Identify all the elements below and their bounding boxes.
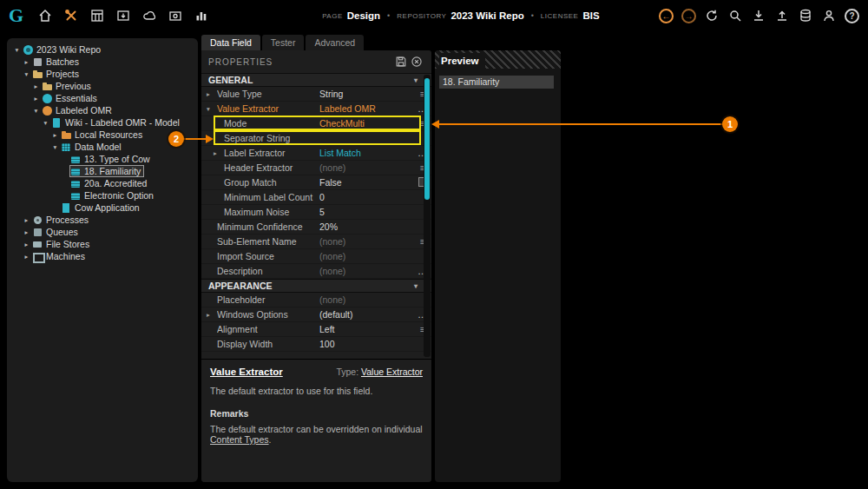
- forward-button[interactable]: →: [681, 9, 696, 23]
- upload-icon[interactable]: [774, 8, 790, 23]
- property-value[interactable]: (none): [319, 236, 414, 247]
- tree-item-data-model[interactable]: ▾Data Model: [10, 141, 194, 153]
- property-row-separator-string[interactable]: Separator String: [201, 131, 431, 146]
- expand-icon[interactable]: ▸: [207, 90, 217, 98]
- help-icon[interactable]: ?: [845, 9, 859, 23]
- property-value[interactable]: 100: [319, 339, 414, 349]
- expand-icon[interactable]: ▸: [214, 149, 224, 157]
- app-logo[interactable]: G: [9, 4, 23, 27]
- property-value[interactable]: (none): [319, 266, 414, 276]
- tree-item-cow-application[interactable]: Cow Application: [10, 202, 194, 214]
- tree-item-file-stores[interactable]: ▸File Stores: [10, 238, 194, 250]
- tree-item-wiki-labeled-omr-model[interactable]: ▾Wiki - Labeled OMR - Model: [10, 116, 194, 129]
- property-row-windows-options[interactable]: ▸Windows Options(default)…: [201, 307, 431, 322]
- property-row-header-extractor[interactable]: Header Extractor(none)≡: [201, 161, 431, 175]
- tree-item-18-familiarity[interactable]: 18. Familiarity: [10, 165, 194, 177]
- tree-item-processes[interactable]: ▸Processes: [10, 214, 194, 226]
- section-header-general[interactable]: GENERAL▾: [201, 73, 431, 87]
- cancel-icon[interactable]: [409, 55, 424, 69]
- tree-item-20a-accredited[interactable]: 20a. Accredited: [10, 177, 194, 189]
- database-icon[interactable]: [798, 8, 813, 23]
- expand-icon[interactable]: ▸: [207, 311, 217, 319]
- property-value[interactable]: (none): [319, 251, 414, 261]
- property-row-alignment[interactable]: AlignmentLeft≡: [201, 322, 431, 337]
- property-value[interactable]: 5: [319, 207, 414, 217]
- tree-item-batches[interactable]: ▸Batches: [10, 56, 194, 68]
- property-row-minimum-confidence[interactable]: Minimum Confidence20%: [201, 220, 431, 235]
- chevron-down-icon[interactable]: ▾: [414, 282, 418, 290]
- search-icon[interactable]: [727, 8, 743, 23]
- property-row-mode[interactable]: ModeCheckMulti≡: [201, 116, 431, 131]
- tree-item-queues[interactable]: ▸Queues: [10, 226, 194, 238]
- download-icon[interactable]: [751, 8, 766, 23]
- chevron-down-icon[interactable]: ▾: [414, 76, 418, 84]
- scrollbar-thumb[interactable]: [424, 78, 430, 200]
- tree-item-local-resources[interactable]: ▸Local Resources: [10, 129, 194, 141]
- scrollbar-track[interactable]: [424, 75, 431, 357]
- expand-icon[interactable]: ▸: [22, 241, 31, 248]
- save-icon[interactable]: [393, 55, 409, 69]
- user-icon[interactable]: [821, 8, 837, 23]
- property-row-maximum-noise[interactable]: Maximum Noise5: [201, 205, 431, 220]
- export-icon[interactable]: [115, 8, 131, 23]
- tree-item-previous[interactable]: ▸Previous: [10, 80, 194, 92]
- expand-icon[interactable]: ▸: [31, 95, 41, 102]
- property-row-placeholder[interactable]: Placeholder(none): [201, 293, 431, 307]
- property-value[interactable]: (none): [319, 294, 414, 305]
- expand-icon[interactable]: ▸: [22, 253, 31, 261]
- property-value[interactable]: List Match: [319, 148, 414, 158]
- tree-item-13-type-of-cow[interactable]: 13. Type of Cow: [10, 153, 194, 165]
- collapse-icon[interactable]: ▾: [31, 107, 41, 115]
- collapse-icon[interactable]: ▾: [50, 143, 60, 151]
- property-row-display-width[interactable]: Display Width100: [201, 337, 431, 352]
- collapse-icon[interactable]: ▾: [12, 46, 22, 54]
- tab-advanced[interactable]: Advanced: [306, 35, 364, 50]
- refresh-icon[interactable]: [704, 8, 720, 23]
- expand-icon[interactable]: ▸: [22, 216, 31, 224]
- tree-item-essentials[interactable]: ▸Essentials: [10, 92, 194, 104]
- property-value[interactable]: Left: [319, 324, 414, 334]
- preview-field[interactable]: 18. Familiarity: [439, 76, 554, 89]
- page-value[interactable]: Design: [347, 10, 380, 21]
- property-value[interactable]: (default): [319, 309, 414, 320]
- cloud-icon[interactable]: [141, 8, 157, 23]
- content-types-link[interactable]: Content Types: [210, 434, 269, 445]
- property-row-label-extractor[interactable]: ▸Label ExtractorList Match…: [201, 146, 431, 161]
- collapse-icon[interactable]: ▾: [22, 70, 31, 78]
- design-tools-icon[interactable]: [63, 8, 79, 23]
- repository-value[interactable]: 2023 Wiki Repo: [450, 10, 523, 21]
- tree-item-projects[interactable]: ▾Projects: [10, 68, 194, 80]
- stats-icon[interactable]: [194, 8, 209, 23]
- section-header-appearance[interactable]: APPEARANCE▾: [201, 279, 431, 293]
- tab-data-field[interactable]: Data Field: [201, 35, 260, 50]
- property-row-sub-element-name[interactable]: Sub-Element Name(none)≡: [201, 235, 431, 249]
- property-row-value-extractor[interactable]: ▾Value ExtractorLabeled OMR…: [201, 102, 431, 116]
- property-value[interactable]: (none): [319, 162, 414, 173]
- property-value[interactable]: 20%: [319, 221, 414, 232]
- tree-item-labeled-omr[interactable]: ▾Labeled OMR: [10, 104, 194, 116]
- tab-tester[interactable]: Tester: [262, 35, 305, 50]
- property-value[interactable]: String: [319, 89, 414, 99]
- expand-icon[interactable]: ▸: [50, 131, 60, 139]
- property-row-description[interactable]: Description(none)…: [201, 264, 431, 279]
- help-type-link[interactable]: Value Extractor: [361, 367, 423, 377]
- batches-icon[interactable]: [89, 8, 105, 23]
- property-value[interactable]: False: [319, 177, 414, 188]
- back-button[interactable]: ←: [659, 9, 674, 23]
- property-row-minimum-label-count[interactable]: Minimum Label Count0: [201, 190, 431, 205]
- collapse-icon[interactable]: ▾: [41, 119, 50, 127]
- expand-icon[interactable]: ▸: [22, 228, 31, 236]
- tree-item-machines[interactable]: ▸Machines: [10, 250, 194, 262]
- property-value[interactable]: CheckMulti: [319, 118, 414, 129]
- property-value[interactable]: Labeled OMR: [319, 103, 414, 114]
- expand-icon[interactable]: ▸: [31, 83, 41, 90]
- property-value[interactable]: 0: [319, 192, 414, 202]
- collapse-icon[interactable]: ▾: [207, 105, 217, 113]
- tree-item-electronic-option[interactable]: Electronic Option: [10, 189, 194, 202]
- expand-icon[interactable]: ▸: [22, 58, 31, 66]
- property-row-group-match[interactable]: Group MatchFalse: [201, 175, 431, 190]
- home-icon[interactable]: [37, 8, 53, 23]
- property-row-import-source[interactable]: Import Source(none): [201, 249, 431, 264]
- tree-item-2023-wiki-repo[interactable]: ▾2023 Wiki Repo: [10, 43, 194, 56]
- property-row-value-type[interactable]: ▸Value TypeString≡: [201, 87, 431, 102]
